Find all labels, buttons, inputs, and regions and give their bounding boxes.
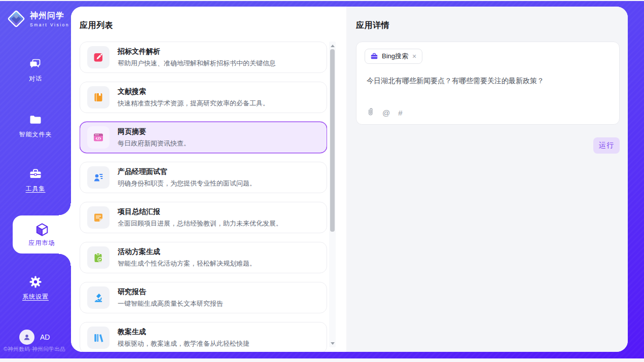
app-title: 招标文件解析 xyxy=(118,47,276,56)
scroll-up-button[interactable] xyxy=(329,42,336,49)
user-initials: AD xyxy=(40,333,50,341)
scroll-thumb[interactable] xyxy=(330,49,335,232)
sidebar-item-smart-folders[interactable]: 智能文件夹 xyxy=(0,113,71,139)
app-desc: 帮助用户快速、准确地理解和解析招标书中的关键信息 xyxy=(118,59,276,68)
app-title: 网页摘要 xyxy=(118,127,190,136)
app-card[interactable]: 产品经理面试官 明确身份和职责，为您提供专业性的面试问题。 xyxy=(80,162,327,193)
diamond-logo-icon xyxy=(7,9,26,28)
app-detail-title: 应用详情 xyxy=(356,20,389,31)
notch-corner-bottom xyxy=(59,254,71,266)
scrollbar[interactable] xyxy=(329,42,336,347)
run-button[interactable]: 运行 xyxy=(593,137,620,154)
app-card[interactable]: 项目总结汇报 全面回顾项目进展，总结经验教训，助力未来优化发展。 xyxy=(80,202,327,233)
app-card[interactable]: 网页摘要 每日政府新闻资讯快查。 xyxy=(80,122,327,153)
app-desc: 快速精准查找学术资源，提高研究效率的必备工具。 xyxy=(118,99,269,108)
interview-icon xyxy=(87,166,110,189)
paperclip-icon[interactable] xyxy=(367,107,374,118)
sidebar-footer: ©神州数码·神州问学出品 xyxy=(4,346,71,353)
sidebar-item-chat[interactable]: 对话 xyxy=(0,57,71,83)
brand-logo: 神州问学 Smart Vision xyxy=(7,9,69,28)
tool-chip-label: Bing搜索 xyxy=(382,52,408,61)
clipboard-icon xyxy=(87,246,110,269)
gear-icon xyxy=(0,275,71,289)
notch-corner-top xyxy=(59,203,71,215)
app-card[interactable]: 研究报告 一键智能生成高质量长文本研究报告 xyxy=(80,282,327,313)
app-title: 文献搜索 xyxy=(118,87,269,96)
sidebar-item-app-market[interactable]: 应用市场 xyxy=(13,215,71,254)
briefcase-icon xyxy=(370,52,378,60)
app-desc: 模板驱动，教案速成，教学准备从此轻松快捷 xyxy=(118,339,249,348)
app-title: 产品经理面试官 xyxy=(118,167,256,176)
query-input[interactable]: 今日湖北有哪些新闻要点？有哪些需要关注的最新政策？ xyxy=(367,77,609,86)
at-icon[interactable]: @ xyxy=(382,108,390,117)
avatar xyxy=(19,330,34,345)
app-list: 招标文件解析 帮助用户快速、准确地理解和解析招标书中的关键信息 文献搜索 快速精… xyxy=(80,42,327,352)
person-icon xyxy=(22,333,31,342)
books-icon xyxy=(87,327,110,349)
app-desc: 智能生成个性化活动方案，轻松解决规划难题。 xyxy=(118,259,256,268)
note-icon xyxy=(87,206,110,229)
app-card[interactable]: 招标文件解析 帮助用户快速、准确地理解和解析招标书中的关键信息 xyxy=(80,42,327,73)
app-title: 项目总结汇报 xyxy=(118,207,282,216)
app-detail-panel: 应用详情 Bing搜索 × 今日湖北有哪些新闻要点？有哪些需要关注的最新政策？ xyxy=(346,7,628,352)
app-desc: 明确身份和职责，为您提供专业性的面试问题。 xyxy=(118,179,256,188)
brand-name: 神州问学 xyxy=(30,11,69,21)
sidebar-item-label: 工具集 xyxy=(26,185,46,193)
book-icon xyxy=(87,86,110,108)
sidebar-item-settings[interactable]: 系统设置 xyxy=(0,275,71,301)
chat-icon xyxy=(0,57,71,71)
sidebar-item-label: 系统设置 xyxy=(22,293,49,301)
sidebar-item-label: 智能文件夹 xyxy=(19,130,52,139)
triangle-down-icon xyxy=(331,342,335,345)
cube-icon xyxy=(34,222,50,236)
app-desc: 每日政府新闻资讯快查。 xyxy=(118,139,190,148)
close-icon[interactable]: × xyxy=(412,53,417,60)
hash-icon[interactable]: # xyxy=(398,108,402,117)
sidebar-item-toolset[interactable]: 工具集 xyxy=(0,167,71,193)
app-list-panel: 应用列表 招标文件解析 帮助用户快速、准确地理解和解析招标书中的关键信息 文献搜… xyxy=(71,7,346,352)
edit-icon xyxy=(87,46,110,68)
browser-icon xyxy=(87,126,110,149)
app-title: 教案生成 xyxy=(118,328,249,337)
app-list-title: 应用列表 xyxy=(80,20,113,31)
app-title: 活动方案生成 xyxy=(118,247,256,257)
app-card[interactable]: 文献搜索 快速精准查找学术资源，提高研究效率的必备工具。 xyxy=(80,82,327,113)
app-card[interactable]: 教案生成 模板驱动，教案速成，教学准备从此轻松快捷 xyxy=(80,322,327,352)
user-account[interactable]: AD xyxy=(19,330,50,345)
folder-icon xyxy=(0,113,71,127)
sidebar-item-label: 应用市场 xyxy=(29,239,55,247)
app-desc: 全面回顾项目进展，总结经验教训，助力未来优化发展。 xyxy=(118,219,282,228)
tool-chip-bing-search[interactable]: Bing搜索 × xyxy=(365,49,422,64)
attachment-toolbar: @ # xyxy=(367,107,403,118)
app-title: 研究报告 xyxy=(118,287,223,297)
prompt-card[interactable]: Bing搜索 × 今日湖北有哪些新闻要点？有哪些需要关注的最新政策？ @ # xyxy=(356,42,620,125)
main-container: 应用列表 招标文件解析 帮助用户快速、准确地理解和解析招标书中的关键信息 文献搜… xyxy=(71,7,628,352)
brand-tagline: Smart Vision xyxy=(30,22,69,27)
sidebar: 神州问学 Smart Vision 对话 智能文件夹 xyxy=(0,1,71,358)
sidebar-item-label: 对话 xyxy=(29,75,42,83)
toolbox-icon xyxy=(0,167,71,181)
app-card[interactable]: 活动方案生成 智能生成个性化活动方案，轻松解决规划难题。 xyxy=(80,242,327,273)
research-icon xyxy=(87,286,110,309)
scroll-down-button[interactable] xyxy=(329,340,336,347)
app-desc: 一键智能生成高质量长文本研究报告 xyxy=(118,299,223,308)
triangle-up-icon xyxy=(331,45,335,47)
